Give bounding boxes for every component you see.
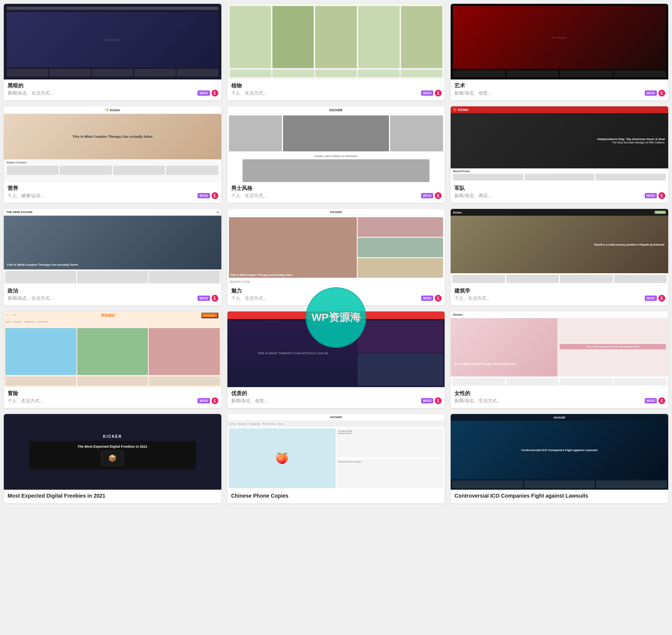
card-politics[interactable]: THE NEW KICKER ◉ This Is What Couples Th…	[4, 209, 221, 305]
card-art-body: 艺术 新闻/杂志、创意... WOO E	[451, 79, 668, 100]
card-nutrition-image: 🌱 Kicker This Is What Couples Therapy Ca…	[4, 106, 221, 182]
card-charm-subtitle: 个人、生活方式...	[231, 295, 441, 302]
card-dark-badges: WOO E	[198, 90, 218, 96]
badge-e: E	[212, 192, 218, 199]
card-ico[interactable]: KICKER Controversial ICO Companies Fight…	[451, 414, 668, 503]
card-architecture-badges: WOO E	[645, 295, 666, 302]
card-quality-body: 优质的 新闻/杂志、创意... WOO E	[227, 387, 445, 408]
card-art-image: Art Theme	[451, 4, 668, 79]
card-charm-body: 魅力 个人、生活方式... WOO E	[227, 285, 445, 305]
card-military-subtitle: 新闻/杂志、商店...	[454, 193, 664, 199]
card-architecture-subtitle: 个人、生活方式...	[454, 295, 664, 302]
card-chinese-image: KICKER HomeFeaturesCategoriesPost Format…	[227, 414, 445, 490]
card-mens-badges: WOO E	[421, 192, 442, 199]
card-quality[interactable]: KICKER THIS IS WHAT THERAPY CAN ACTUALLY…	[227, 311, 445, 408]
card-plant-image	[227, 4, 445, 79]
card-nutrition-title: 营养	[8, 185, 218, 192]
card-grid: Dark Theme 黑暗的 新闻/杂志、生活方式... WOO E	[4, 4, 668, 503]
badge-e: E	[658, 295, 665, 302]
card-military-badges: WOO E	[645, 192, 666, 199]
card-plant-title: 植物	[231, 82, 441, 89]
badge-woo: WOO	[198, 90, 210, 96]
card-quality-badges: WOO E	[421, 397, 442, 404]
badge-woo: WOO	[421, 398, 434, 403]
card-quality-subtitle: 新闻/杂志、创意...	[231, 398, 441, 404]
card-dark-subtitle: 新闻/杂志、生活方式...	[8, 90, 218, 96]
card-charm-image: KICKER This Is What Couples Therapy Can …	[227, 209, 445, 285]
card-politics-title: 政治	[8, 288, 218, 294]
card-politics-body: 政治 新闻/杂志、生活方式... WOO E	[4, 285, 221, 305]
card-quality-image: KICKER THIS IS WHAT THERAPY CAN ACTUALLY…	[227, 311, 445, 387]
card-dark-title: 黑暗的	[8, 82, 218, 89]
card-architecture[interactable]: kicker. ONLINE Gharfa is a multi-sensory…	[451, 209, 668, 305]
card-adventure-image: ≡ ··· ○ ✕ Kicker Subscribe Home Features…	[4, 311, 221, 387]
card-architecture-body: 建筑学 个人、生活方式... WOO E	[451, 285, 668, 305]
badge-e: E	[658, 192, 665, 199]
card-charm-title: 魅力	[231, 288, 441, 294]
card-adventure[interactable]: ≡ ··· ○ ✕ Kicker Subscribe Home Features…	[4, 311, 221, 408]
card-adventure-badges: WOO E	[198, 397, 218, 404]
card-mens-title: 男士风格	[231, 185, 441, 192]
card-military[interactable]: 🔴 Kicker Independence Day: Top American …	[451, 106, 668, 203]
card-nutrition-badges: WOO E	[198, 192, 218, 199]
badge-woo: WOO	[645, 296, 657, 301]
card-art[interactable]: Art Theme 艺术 新闻/杂志、创意... WOO E	[451, 4, 668, 100]
card-adventure-title: 冒险	[8, 390, 218, 397]
badge-woo: WOO	[198, 398, 210, 403]
card-dark-body: 黑暗的 新闻/杂志、生活方式... WOO E	[4, 79, 221, 100]
badge-e: E	[435, 397, 442, 404]
card-feminine-image: klicker. This Is What Couples Therapy Ca…	[451, 311, 668, 387]
card-nutrition[interactable]: 🌱 Kicker This Is What Couples Therapy Ca…	[4, 106, 221, 203]
badge-e: E	[435, 90, 442, 96]
card-freebies-body: Most Expected Digital Freebies in 2021	[4, 490, 221, 503]
card-art-subtitle: 新闻/杂志、创意...	[454, 90, 664, 96]
card-ico-body: Controversial ICO Companies Fight agains…	[451, 490, 668, 503]
card-plant-badges: WOO E	[421, 90, 442, 96]
card-plant-body: 植物 个人、生活方式... WOO E	[227, 79, 445, 100]
badge-woo: WOO	[645, 90, 657, 96]
card-plant[interactable]: 植物 个人、生活方式... WOO E	[227, 4, 445, 100]
card-charm[interactable]: KICKER This Is What Couples Therapy Can …	[227, 209, 445, 305]
card-military-body: 军队 新闻/杂志、商店... WOO E	[451, 182, 668, 203]
card-mens-image: KICKER Dustin Lance Black on therhood	[227, 106, 445, 182]
card-art-title: 艺术	[454, 82, 664, 89]
card-nutrition-subtitle: 个人、健康/运动...	[8, 193, 218, 199]
card-charm-badges: WOO E	[421, 295, 442, 302]
card-freebies-title: Most Expected Digital Freebies in 2021	[8, 493, 218, 499]
card-adventure-subtitle: 个人、生活方式...	[8, 398, 218, 404]
subscribe-btn[interactable]: Subscribe	[201, 313, 218, 318]
card-mens-body: 男士风格 个人、生活方式... WOO E	[227, 182, 445, 203]
card-feminine-badges: WOO E	[645, 397, 666, 404]
card-chinese[interactable]: KICKER HomeFeaturesCategoriesPost Format…	[227, 414, 445, 503]
badge-woo: WOO	[198, 193, 210, 198]
card-feminine-body: 女性的 新闻/杂志、生活方式... WOO E	[451, 387, 668, 408]
card-feminine[interactable]: klicker. This Is What Couples Therapy Ca…	[451, 311, 668, 408]
card-adventure-body: 冒险 个人、生活方式... WOO E	[4, 387, 221, 408]
card-feminine-title: 女性的	[454, 390, 664, 397]
card-ico-image: KICKER Controversial ICO Companies Fight…	[451, 414, 668, 490]
card-politics-subtitle: 新闻/杂志、生活方式...	[8, 295, 218, 302]
card-dark[interactable]: Dark Theme 黑暗的 新闻/杂志、生活方式... WOO E	[4, 4, 221, 100]
badge-woo: WOO	[198, 296, 210, 301]
card-freebies[interactable]: KICKER The Most Expected Digital Freebie…	[4, 414, 221, 503]
badge-woo: WOO	[421, 90, 434, 96]
card-architecture-title: 建筑学	[454, 288, 664, 294]
badge-e: E	[435, 192, 442, 199]
badge-woo: WOO	[645, 398, 657, 403]
badge-e: E	[212, 90, 218, 96]
card-politics-badges: WOO E	[198, 295, 218, 302]
badge-e: E	[435, 295, 442, 302]
card-quality-title: 优质的	[231, 390, 441, 397]
card-chinese-title: Chinese Phone Copies	[231, 493, 441, 499]
card-feminine-subtitle: 新闻/杂志、生活方式...	[454, 398, 664, 404]
card-freebies-image: KICKER The Most Expected Digital Freebie…	[4, 414, 221, 490]
card-mens[interactable]: KICKER Dustin Lance Black on therhood 男士…	[227, 106, 445, 203]
badge-e: E	[658, 397, 665, 404]
card-art-badges: WOO E	[645, 90, 666, 96]
card-military-title: 军队	[454, 185, 664, 192]
badge-e: E	[658, 90, 665, 96]
card-plant-subtitle: 个人、生活方式...	[231, 90, 441, 96]
badge-woo: WOO	[645, 193, 657, 198]
card-military-image: 🔴 Kicker Independence Day: Top American …	[451, 106, 668, 182]
badge-e: E	[212, 295, 218, 302]
